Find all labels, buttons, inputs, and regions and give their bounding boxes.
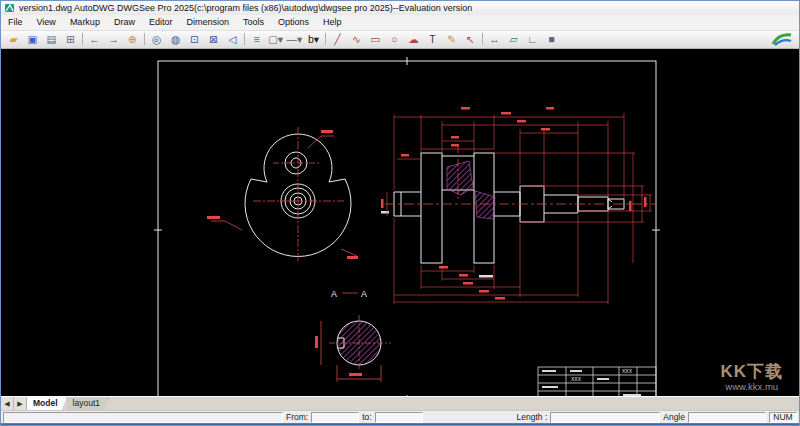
- forward-icon[interactable]: →: [104, 31, 123, 48]
- sheet-border: [154, 57, 660, 396]
- section-label-a-left: A: [331, 289, 337, 299]
- window-bottom-border: [1, 423, 799, 425]
- color-dropdown-icon[interactable]: ▢▾: [266, 31, 285, 48]
- num-indicator: NUM: [769, 412, 797, 423]
- menu-draw[interactable]: Draw: [107, 15, 142, 30]
- leader-icon[interactable]: ↖: [461, 31, 480, 48]
- section-view: A A: [315, 289, 391, 382]
- zoom-out-icon[interactable]: ◍: [166, 31, 185, 48]
- save-icon[interactable]: ▣: [23, 31, 42, 48]
- menu-file[interactable]: File: [1, 15, 30, 30]
- menu-dimension[interactable]: Dimension: [179, 15, 236, 30]
- side-view-dims-bottom: [394, 211, 608, 304]
- open-icon[interactable]: ▰: [4, 31, 23, 48]
- menu-help[interactable]: Help: [316, 15, 349, 30]
- back-icon[interactable]: ←: [85, 31, 104, 48]
- draw-line-icon[interactable]: ╱: [328, 31, 347, 48]
- toolbar: ▰▣▤⊞←→⊕◎◍⊡⊠◁≡▢▾―▾b▾╱∿▭○☁T✎↖↔▱∟■: [1, 31, 799, 49]
- side-view: [381, 107, 655, 304]
- menu-options[interactable]: Options: [271, 15, 316, 30]
- dimension-icon[interactable]: ∟: [523, 31, 542, 48]
- zoom-previous-icon[interactable]: ◁: [223, 31, 242, 48]
- toolbar-separator: [144, 33, 145, 45]
- zoom-extents-icon[interactable]: ⊠: [204, 31, 223, 48]
- menu-markup[interactable]: Markup: [63, 15, 107, 30]
- layers-icon[interactable]: ≡: [247, 31, 266, 48]
- measure-area-icon[interactable]: ▱: [504, 31, 523, 48]
- angle-field: [688, 412, 766, 423]
- dwgsee-logo: [771, 32, 793, 46]
- toolbar-separator: [244, 33, 245, 45]
- window-title: version1.dwg AutoDWG DWGSee Pro 2025(c:\…: [19, 3, 472, 13]
- menubar-items: FileViewMarkupDrawEditorDimensionToolsOp…: [1, 15, 799, 31]
- app-icon: [5, 3, 15, 13]
- layout-tabbar: ◀ ▶ Model layout1: [1, 396, 799, 410]
- titlebar: version1.dwg AutoDWG DWGSee Pro 2025(c:\…: [1, 1, 799, 15]
- linetype-dropdown-icon[interactable]: ―▾: [285, 31, 304, 48]
- menu-tools[interactable]: Tools: [236, 15, 271, 30]
- tab-layout1[interactable]: layout1: [67, 397, 109, 410]
- menu-editor[interactable]: Editor: [142, 15, 180, 30]
- length-field: [550, 412, 660, 423]
- copy-icon[interactable]: ⊞: [61, 31, 80, 48]
- tab-nav-next-button[interactable]: ▶: [14, 397, 27, 410]
- from-field: [311, 412, 359, 423]
- snapshot-icon[interactable]: ■: [542, 31, 561, 48]
- drawing-canvas[interactable]: XXX XXX: [1, 49, 799, 396]
- menu-view[interactable]: View: [30, 15, 63, 30]
- tab-model[interactable]: Model: [27, 397, 67, 410]
- canvas-area[interactable]: XXX XXX: [1, 49, 799, 396]
- draw-polyline-icon[interactable]: ∿: [347, 31, 366, 48]
- revision-cloud-icon[interactable]: ☁: [404, 31, 423, 48]
- zoom-in-icon[interactable]: ◎: [147, 31, 166, 48]
- side-view-geometry: [381, 153, 624, 278]
- pan-hand-icon[interactable]: ⊕: [123, 31, 142, 48]
- markup-note-icon[interactable]: ✎: [442, 31, 461, 48]
- draw-rectangle-icon[interactable]: ▭: [366, 31, 385, 48]
- zoom-window-icon[interactable]: ⊡: [185, 31, 204, 48]
- toolbar-separator: [82, 33, 83, 45]
- title-block-text: XXX: [622, 368, 633, 374]
- toolbar-separator: [482, 33, 483, 45]
- title-block: XXX XXX: [538, 367, 656, 396]
- section-label-a-right: A: [361, 289, 367, 299]
- front-view-dims: [211, 127, 357, 263]
- title-block-text: XXX: [571, 376, 582, 382]
- tab-nav-prev-button[interactable]: ◀: [1, 397, 14, 410]
- draw-circle-icon[interactable]: ○: [385, 31, 404, 48]
- measure-distance-icon[interactable]: ↔: [485, 31, 504, 48]
- text-icon[interactable]: T: [423, 31, 442, 48]
- length-label: Length :: [517, 412, 548, 422]
- statusbar: From: to: Length : Angle NUM: [1, 410, 799, 423]
- angle-label: Angle: [663, 412, 685, 422]
- tabbar-filler: [109, 397, 799, 410]
- to-field: [375, 412, 423, 423]
- print-icon[interactable]: ▤: [42, 31, 61, 48]
- toolbar-separator: [325, 33, 326, 45]
- from-label: From:: [286, 412, 308, 422]
- status-message-panel: [3, 412, 283, 423]
- app-window: version1.dwg AutoDWG DWGSee Pro 2025(c:\…: [0, 0, 800, 426]
- textstyle-dropdown-icon[interactable]: b▾: [304, 31, 323, 48]
- to-label: to:: [362, 412, 371, 422]
